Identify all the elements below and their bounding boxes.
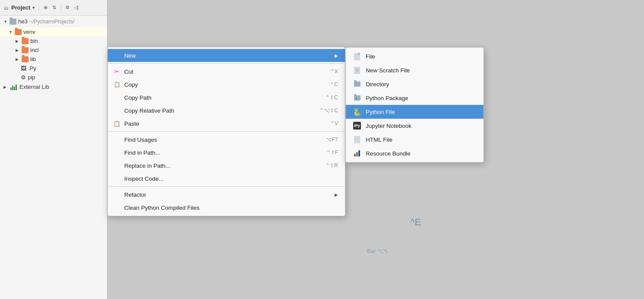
copy-path-shortcut: ⌃⇧C [325,94,338,101]
paste-shortcut: ⌃V [330,120,338,127]
menu-item-find-usages[interactable]: Find Usages ⌥F7 [108,133,345,146]
copy-rel-path-icon [113,107,121,114]
submenu-item-python-file[interactable]: 🐍 Python File [346,105,483,119]
menu-item-replace-in-path[interactable]: Replace in Path... ⌃⇧R [108,159,345,172]
submenu-item-new-scratch-label: New Scratch File [366,67,410,74]
find-usages-icon [113,136,121,143]
project-label-text: Project [11,4,30,11]
copy-rel-path-shortcut: ⌃⌥⇧C [319,107,338,114]
copy-shortcut: ⌃C [330,81,338,88]
submenu-item-html-label: HTML File [366,136,393,143]
editor-hint2-text: Bar ⌥↖ [367,248,389,254]
project-dropdown-icon[interactable]: ▼ [32,6,35,10]
submenu-new: File ⏱ New Scratch File Directory Python… [345,47,484,162]
submenu-item-resource-bundle[interactable]: Resource Bundle [346,146,483,160]
inspect-code-icon [113,175,121,182]
menu-item-inspect-code-left: Inspect Code... [113,175,164,182]
project-panel-icon: 🗂 [3,4,10,11]
tree-item-external-lib[interactable]: ▶ External Lib [0,82,107,92]
menu-item-clean[interactable]: Clean Python Compiled Files [108,201,345,214]
find-in-path-icon [113,149,121,156]
copy-icon: 📋 [113,81,121,88]
submenu-item-python-file-label: Python File [366,109,395,115]
scratch-icon: ⏱ [353,66,361,75]
menu-item-clean-label: Clean Python Compiled Files [124,205,200,211]
menu-item-new[interactable]: New ▶ [108,49,345,62]
include-arrow: ▶ [16,48,20,52]
venv-arrow: ▼ [9,30,13,34]
menu-item-copy-path-label: Copy Path [124,94,151,101]
menu-item-copy-left: 📋 Copy [113,81,138,88]
menu-item-find-in-path-label: Find in Path... [124,150,160,156]
submenu-item-directory-label: Directory [366,81,389,88]
paste-icon: 📋 [113,120,121,127]
tree-item-py[interactable]: 🖼 .Py [0,64,107,73]
tree-item-bin[interactable]: ▶ bin [0,36,107,46]
replace-in-path-icon [113,162,121,169]
collapse-icon[interactable]: ⇅ [51,4,58,11]
menu-sep-1 [108,63,345,64]
bin-arrow: ▶ [16,39,20,43]
menu-item-cut-left: ✂ Cut [113,68,133,75]
menu-item-refactor[interactable]: Refactor ▶ [108,188,345,201]
cut-shortcut: ⌃X [330,68,338,75]
menu-item-cut[interactable]: ✂ Cut ⌃X [108,65,345,78]
submenu-item-directory[interactable]: Directory [346,77,483,91]
menu-item-replace-in-path-left: Replace in Path... [113,162,171,169]
lib-label: lib [30,56,36,62]
python-package-icon [353,94,361,102]
new-submenu-arrow: ▶ [335,53,338,58]
submenu-item-jupyter[interactable]: IPy Jupyter Notebook [346,119,483,133]
menu-item-clean-left: Clean Python Compiled Files [113,204,200,211]
tree-item-venv[interactable]: ▼ venv [0,27,107,36]
ext-lib-arrow: ▶ [3,85,8,89]
project-toolbar-label[interactable]: Project ▼ [11,4,35,11]
resource-bundle-icon [353,149,361,158]
project-toolbar: 🗂 Project ▼ ⊕ ⇅ ⚙ ◁| [0,0,107,16]
menu-sep-2 [108,131,345,132]
submenu-item-file[interactable]: File [346,49,483,63]
submenu-item-python-package[interactable]: Python Package [346,91,483,105]
project-panel: 🗂 Project ▼ ⊕ ⇅ ⚙ ◁| ▼ he3 ~/PycharmProj… [0,0,107,299]
menu-item-copy-path[interactable]: Copy Path ⌃⇧C [108,91,345,104]
refactor-icon [113,191,121,198]
settings-icon[interactable]: ⚙ [64,4,71,11]
context-menu: New ▶ ✂ Cut ⌃X 📋 Copy ⌃C Copy Path ⌃⇧C C… [107,47,345,216]
tree-item-pip[interactable]: ⚙ pip [0,73,107,82]
menu-item-find-in-path[interactable]: Find in Path... ⌃⇧F [108,146,345,159]
pip-label: pip [28,74,35,81]
menu-item-copy-rel-path[interactable]: Copy Relative Path ⌃⌥⇧C [108,104,345,117]
menu-item-paste-left: 📋 Paste [113,120,139,127]
locate-icon[interactable]: ⊕ [42,4,49,11]
bin-folder-icon [22,38,29,44]
menu-item-new-label: New [124,52,136,59]
find-usages-shortcut: ⌥F7 [326,136,338,143]
submenu-item-new-scratch[interactable]: ⏱ New Scratch File [346,63,483,77]
tree-item-include[interactable]: ▶ incl [0,46,107,55]
hide-icon[interactable]: ◁| [73,4,80,11]
menu-item-copy[interactable]: 📋 Copy ⌃C [108,78,345,91]
menu-item-find-usages-left: Find Usages [113,136,157,143]
py-icon: 🖼 [21,65,26,72]
menu-item-inspect-code[interactable]: Inspect Code... [108,172,345,185]
include-folder-icon [22,47,29,53]
toolbar-separator2 [61,4,61,12]
menu-item-find-usages-label: Find Usages [124,136,157,143]
menu-item-inspect-code-label: Inspect Code... [124,176,164,182]
python-file-icon: 🐍 [353,107,361,116]
html-file-icon [353,135,361,144]
submenu-item-jupyter-label: Jupyter Notebook [366,123,412,129]
pip-icon: ⚙ [21,74,26,81]
toolbar-separator [39,4,39,12]
menu-item-copy-rel-path-label: Copy Relative Path [124,107,174,114]
menu-item-copy-label: Copy [124,81,138,88]
project-root[interactable]: ▼ he3 ~/PycharmProjects/ [0,16,107,27]
tree-item-lib[interactable]: ▶ lib [0,55,107,64]
submenu-item-python-package-label: Python Package [366,95,408,101]
menu-item-paste-label: Paste [124,120,139,127]
menu-item-paste[interactable]: 📋 Paste ⌃V [108,117,345,130]
ext-lib-icon [10,84,17,90]
submenu-item-html[interactable]: HTML File [346,133,483,146]
root-path: ~/PycharmProjects/ [29,19,74,25]
new-icon [113,52,121,59]
